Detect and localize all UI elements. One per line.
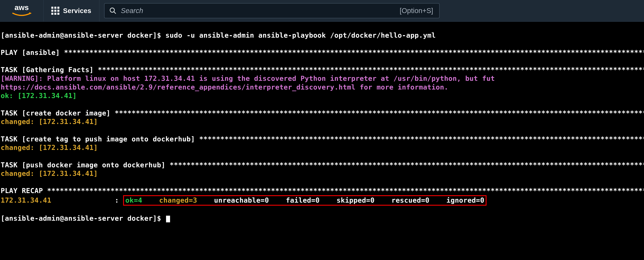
search-shortcut-hint: [Option+S] — [400, 7, 434, 15]
warning-line-1: [WARNING]: Platform linux on host 172.31… — [1, 74, 495, 83]
search-icon — [109, 7, 116, 14]
task-status-changed-2: changed: [172.31.34.41] — [1, 143, 98, 151]
aws-console-header: aws Services [Option+S] — [0, 0, 644, 22]
cursor-icon — [166, 216, 170, 222]
recap-skipped: skipped=0 — [336, 196, 375, 204]
search-input[interactable] — [121, 7, 395, 15]
task-status-changed-3: changed: [172.31.34.41] — [1, 169, 98, 177]
recap-ignored: ignored=0 — [446, 196, 484, 204]
aws-logo-icon: aws — [9, 3, 34, 18]
task-header-push: TASK [push docker image onto dockerhub] … — [1, 161, 644, 169]
services-label: Services — [63, 7, 92, 14]
svg-line-2 — [114, 12, 116, 13]
aws-logo[interactable]: aws — [0, 0, 44, 21]
task-header-gathering: TASK [Gathering Facts] *****************… — [1, 66, 644, 74]
task-header-create-tag: TASK [create tag to push image onto dock… — [1, 135, 644, 143]
recap-summary-box: ok=4 changed=3 unreachable=0 failed=0 sk… — [123, 195, 486, 206]
recap-host: 172.31.34.41 — [1, 196, 51, 204]
command-text: sudo -u ansible-admin ansible-playbook /… — [165, 31, 436, 39]
recap-rescued: rescued=0 — [392, 196, 430, 204]
global-search[interactable]: [Option+S] — [104, 3, 440, 18]
recap-changed: changed=3 — [159, 196, 197, 204]
recap-failed: failed=0 — [286, 196, 320, 204]
warning-line-2: https://docs.ansible.com/ansible/2.9/ref… — [1, 83, 448, 91]
svg-text:aws: aws — [14, 3, 29, 12]
task-header-create-image: TASK [create docker image] *************… — [1, 109, 644, 117]
prompt-line-2[interactable]: [ansible-admin@ansible-server docker]$ — [1, 214, 165, 222]
task-status-changed-1: changed: [172.31.34.41] — [1, 118, 98, 126]
recap-ok: ok=4 — [125, 196, 142, 204]
prompt-line: [ansible-admin@ansible-server docker]$ — [1, 31, 165, 39]
play-recap-header: PLAY RECAP *****************************… — [1, 187, 644, 195]
grid-icon — [51, 7, 59, 15]
task-status-ok: ok: [172.31.34.41] — [1, 92, 77, 100]
services-menu-button[interactable]: Services — [44, 0, 100, 21]
terminal-output: [ansible-admin@ansible-server docker]$ s… — [0, 22, 644, 223]
play-header: PLAY [ansible] *************************… — [1, 48, 644, 57]
recap-unreachable: unreachable=0 — [214, 196, 269, 204]
